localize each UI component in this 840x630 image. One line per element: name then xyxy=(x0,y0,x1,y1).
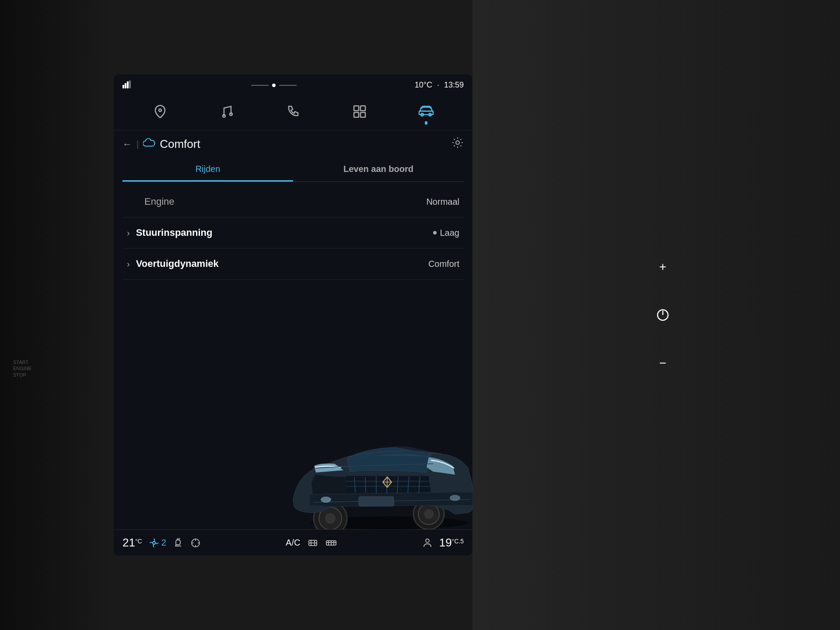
temp-left-display: 21 °C xyxy=(122,536,142,550)
stuurinspanning-label: Stuurinspanning xyxy=(136,227,213,238)
car-image xyxy=(258,389,472,529)
svg-rect-0 xyxy=(122,85,124,88)
status-line-left xyxy=(251,85,269,86)
rear-heat-icon[interactable] xyxy=(307,537,318,549)
temperature-display: 10°C xyxy=(415,80,432,89)
header-divider: | xyxy=(136,139,139,149)
nav-item-navigation[interactable] xyxy=(149,101,171,122)
power-button[interactable] xyxy=(652,304,674,326)
fan-control: 2 xyxy=(148,537,166,549)
settings-gear-icon[interactable] xyxy=(452,136,464,152)
svg-rect-8 xyxy=(360,106,365,111)
svg-point-21 xyxy=(424,509,434,519)
status-bar: 10°C · 13:59 xyxy=(114,74,472,94)
svg-point-14 xyxy=(456,141,459,144)
header-left: ← | Comfort xyxy=(122,137,200,151)
svg-point-37 xyxy=(153,542,155,544)
climate-center: A/C xyxy=(286,537,337,549)
svg-rect-2 xyxy=(127,81,129,88)
status-line-right xyxy=(279,85,297,86)
right-panel: + − xyxy=(472,0,840,630)
svg-rect-7 xyxy=(354,106,359,111)
status-dot xyxy=(272,84,276,87)
climate-bar: 21 °C 2 xyxy=(114,529,472,556)
nav-item-phone[interactable] xyxy=(282,101,304,122)
passenger-icon xyxy=(422,537,433,549)
setting-row-voertuigdynamiek[interactable]: › Voertuigdynamiek Comfort xyxy=(122,248,464,280)
nav-item-apps[interactable] xyxy=(349,101,371,122)
svg-rect-1 xyxy=(125,83,126,88)
fan-speed: 2 xyxy=(161,538,166,548)
dot-separator: · xyxy=(437,80,439,89)
svg-point-36 xyxy=(450,495,460,501)
status-indicator xyxy=(251,84,297,87)
status-info: 10°C · 13:59 xyxy=(415,80,464,90)
header-row: ← | Comfort xyxy=(114,130,472,158)
setting-left-voertuigdynamiek: › Voertuigdynamiek xyxy=(127,258,219,270)
start-engine-label: START ENGINE STOP xyxy=(13,359,32,378)
page-title: Comfort xyxy=(160,137,200,151)
stuurinspanning-arrow-icon: › xyxy=(127,228,130,238)
setting-left-stuurinspanning: › Stuurinspanning xyxy=(127,227,212,238)
main-screen: 10°C · 13:59 xyxy=(114,74,472,556)
tab-rijden[interactable]: Rijden xyxy=(122,158,293,182)
back-button[interactable]: ← xyxy=(122,139,132,150)
svg-rect-3 xyxy=(129,80,131,88)
volume-down-button[interactable]: − xyxy=(652,352,674,374)
svg-rect-34 xyxy=(359,497,394,506)
fan-icon xyxy=(148,537,160,549)
seat-heat-icon[interactable] xyxy=(172,537,184,549)
svg-point-18 xyxy=(325,513,336,524)
climate-right: 19 °C .5 xyxy=(422,536,464,550)
cloud-icon xyxy=(143,138,155,150)
nav-item-music[interactable] xyxy=(216,101,238,122)
svg-point-35 xyxy=(321,497,331,503)
svg-line-23 xyxy=(365,477,366,493)
svg-point-40 xyxy=(426,539,429,542)
engine-value: Normaal xyxy=(426,197,459,207)
signal-icon xyxy=(122,80,133,91)
time-display: 13:59 xyxy=(444,80,464,89)
engine-label: Engine xyxy=(144,196,175,207)
temp-right-display: 19 °C .5 xyxy=(439,536,464,550)
navigation-nav-icon[interactable] xyxy=(149,101,171,122)
steering-heat-icon[interactable] xyxy=(190,537,201,549)
apps-nav-icon[interactable] xyxy=(349,101,371,122)
left-panel: START ENGINE STOP xyxy=(0,0,114,630)
svg-rect-10 xyxy=(360,112,365,117)
volume-up-button[interactable]: + xyxy=(652,256,674,278)
setting-row-engine[interactable]: Engine Normaal xyxy=(122,186,464,217)
climate-left: 21 °C 2 xyxy=(122,536,201,550)
ac-label[interactable]: A/C xyxy=(286,538,300,548)
setting-row-stuurinspanning[interactable]: › Stuurinspanning Laag xyxy=(122,217,464,248)
voertuigdynamiek-label: Voertuigdynamiek xyxy=(136,258,219,270)
car-visual-area xyxy=(114,284,472,529)
settings-list: Engine Normaal › Stuurinspanning Laag xyxy=(114,182,472,284)
tabs-container: Rijden Leven aan boord xyxy=(122,158,464,182)
nav-item-car[interactable] xyxy=(415,98,437,125)
phone-nav-icon[interactable] xyxy=(282,101,304,122)
top-navigation xyxy=(114,94,472,130)
music-nav-icon[interactable] xyxy=(216,101,238,122)
car-nav-icon[interactable] xyxy=(415,98,437,120)
defrost-icon[interactable] xyxy=(326,537,337,549)
stuurinspanning-value-row: Laag xyxy=(433,228,460,238)
svg-point-4 xyxy=(159,109,161,112)
stuurinspanning-dot xyxy=(433,231,437,234)
setting-left-engine: Engine xyxy=(144,196,175,207)
tab-leven[interactable]: Leven aan boord xyxy=(293,158,464,182)
voertuigdynamiek-arrow-icon: › xyxy=(127,259,130,269)
stuurinspanning-value: Laag xyxy=(440,228,460,238)
svg-rect-9 xyxy=(354,112,359,117)
voertuigdynamiek-value: Comfort xyxy=(428,259,459,269)
